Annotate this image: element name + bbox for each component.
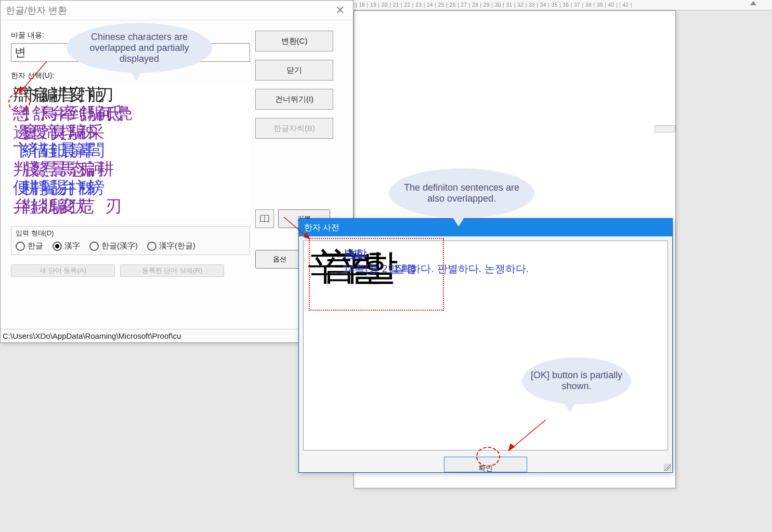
radio-hanja-hangul[interactable]: 漢字(한글) (147, 241, 195, 251)
dictionary-icon[interactable] (255, 209, 274, 228)
radio-hangul-hanja[interactable]: 한글(漢字) (89, 241, 138, 251)
radio-hanja[interactable]: 漢字 (53, 241, 80, 251)
ruler-strip: | 18 | 19 | 20 | 21 | 22 | 23 | 24 | 25 … (354, 0, 772, 10)
new-word-button[interactable]: 새 단어 등록(A) (11, 264, 115, 277)
content-input[interactable]: 변 (11, 43, 250, 62)
resize-handle[interactable] (664, 464, 671, 471)
hangul-each-button[interactable]: 한글자씩(B) (255, 118, 333, 139)
dict-heading: 분별할 (343, 246, 362, 262)
delete-word-button[interactable]: 등록된 단어 삭제(R) (120, 264, 224, 277)
content-value: 변 (15, 45, 26, 60)
skip-button[interactable]: 건너뛰기(I) (255, 89, 333, 110)
dict-titlebar: 한자 사전 (299, 219, 672, 236)
ok-button[interactable]: 확인 (444, 457, 527, 472)
dialog-titlebar: 한글/한자 변환 ✕ (1, 1, 353, 20)
input-style-group: 입력 형태(D) 한글 漢字 한글(漢字) 漢字(한글) (11, 226, 250, 255)
convert-button[interactable]: 변환(C) (255, 31, 333, 51)
ruler-indent-marker[interactable] (750, 1, 756, 5)
dict-title: 한자 사전 (304, 222, 339, 233)
radio-hangul[interactable]: 한글 (16, 241, 43, 251)
option-button[interactable]: 옵션 (255, 250, 304, 269)
ruler-ticks: | 18 | 19 | 20 | 21 | 22 | 23 | 24 | 25 … (356, 2, 632, 8)
close-icon[interactable]: ✕ (332, 3, 348, 18)
hanja-dictionary-dialog: 한자 사전 辛言辛별할 분별할 14획(총 2말1잘획할)하다. 판별하다. 논… (298, 218, 673, 473)
dict-definition: 14획(총 2말1잘획할)하다. 판별하다. 논쟁하다. (343, 262, 529, 276)
hanja-select-label: 한자 선택(U): (11, 71, 255, 81)
hanja-candidates-grid[interactable]: 辯卞扁編耕苜変抃萉刀 戀牜舒鳥弁牽到舒騙何氐鳧 邊窶僾渧臭捊騙秭采 卞緕徣硅鈤晨… (11, 84, 250, 219)
close-button[interactable]: 닫기 (255, 60, 333, 81)
dict-content: 辛言辛별할 분별할 14획(총 2말1잘획할)하다. 판별하다. 논쟁하다. (303, 241, 668, 450)
dialog-title: 한글/한자 변환 (6, 4, 67, 17)
page-break-indicator (655, 125, 675, 132)
input-style-label: 입력 형태(D) (16, 229, 245, 238)
content-label: 바꿀 내용: (11, 31, 255, 40)
